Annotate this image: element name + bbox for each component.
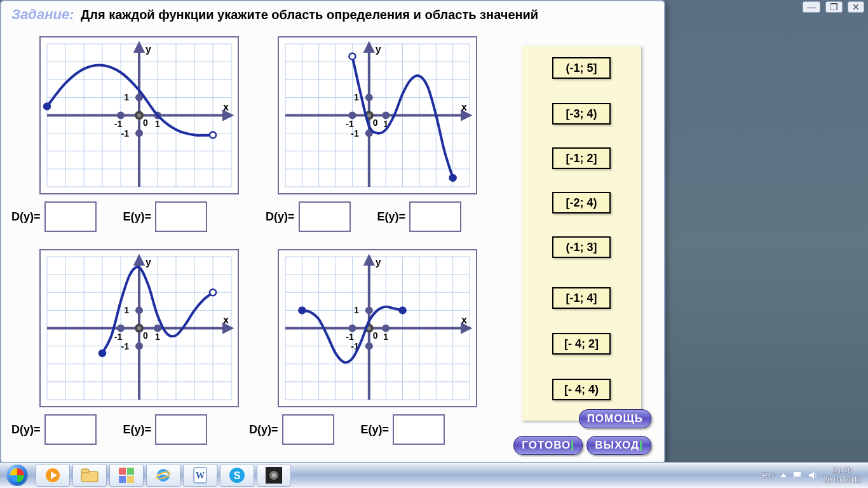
minimize-button[interactable]: — [803,1,820,13]
svg-text:-1: -1 [114,119,123,129]
answer-row-4: D(y)= E(y)= [249,414,445,445]
maximize-button[interactable]: ❐ [825,1,843,13]
taskbar-media-player-icon[interactable] [36,464,70,487]
taskbar-ie-icon[interactable] [146,464,180,487]
range-slot-1[interactable] [155,201,207,232]
svg-point-36 [44,103,50,109]
answer-tile[interactable]: [-3; 4) [552,103,611,125]
taskbar-explorer-icon[interactable] [72,464,107,487]
svg-point-26 [137,131,142,136]
svg-marker-62 [365,44,373,51]
domain-label: D(y)= [249,423,278,437]
svg-point-66 [367,95,372,100]
svg-point-37 [210,132,216,138]
svg-rect-158 [119,468,126,475]
svg-point-141 [383,326,388,331]
svg-rect-161 [127,476,134,483]
svg-point-101 [118,326,123,331]
answer-tile[interactable]: [-2; 4) [552,192,611,214]
svg-point-75 [349,53,355,60]
desktop: — ❐ ✕ Задание: Для каждой функции укажит… [0,0,868,488]
graph-4: -1101-1xy [278,249,477,407]
range-label: E(y)= [361,423,390,437]
svg-text:-1: -1 [114,332,123,342]
svg-point-104 [137,308,142,313]
domain-slot-1[interactable] [44,201,97,232]
system-tray: RU 21:29 30.01.2012 [762,466,868,485]
flag-icon[interactable] [793,471,802,480]
taskbar-skype-icon[interactable]: S [220,464,254,487]
svg-rect-160 [119,476,126,483]
svg-point-76 [450,175,456,181]
svg-rect-159 [127,468,134,475]
close-button[interactable]: ✕ [848,1,864,13]
answer-tile-panel: (-1; 5] [-3; 4) [-1; 2] [-2; 4) (-1; 3] … [522,46,641,421]
answer-tile[interactable]: [- 4; 2] [552,333,611,355]
range-label: E(y)= [123,423,152,437]
svg-point-64 [383,113,388,118]
answer-tile[interactable]: (-1; 5] [552,57,611,79]
clock-date: 30.01.2012 [824,475,862,484]
svg-text:y: y [376,44,381,55]
taskbar-app-icon[interactable] [109,464,144,487]
svg-text:1: 1 [124,305,129,315]
range-slot-3[interactable] [155,414,207,445]
graph-3: -1101-1xy [39,249,239,407]
range-label: E(y)= [123,210,152,224]
clock-time: 21:29 [824,466,862,475]
range-label: E(y)= [377,210,406,224]
domain-slot-4[interactable] [282,414,334,445]
title-row: Задание: Для каждой функции укажите обла… [11,6,654,23]
speaker-icon[interactable] [808,471,817,480]
svg-text:y: y [146,257,151,268]
answer-tile[interactable]: [-1; 4] [552,287,611,309]
taskbar-word-icon[interactable]: W [183,464,217,487]
taskbar: W S RU 21:29 30.01.2012 [0,462,868,488]
svg-text:1: 1 [383,332,388,342]
svg-text:0: 0 [143,118,148,128]
svg-rect-172 [794,472,801,477]
svg-text:1: 1 [155,119,160,129]
domain-slot-2[interactable] [299,201,351,232]
range-slot-2[interactable] [409,201,461,232]
svg-text:0: 0 [373,118,378,128]
svg-point-24 [118,113,123,118]
svg-marker-23 [135,44,143,51]
svg-point-105 [136,325,142,332]
answer-tile[interactable]: (-1; 3] [552,236,611,258]
svg-point-63 [349,113,355,118]
svg-text:1: 1 [124,92,129,102]
svg-marker-60 [462,112,470,119]
svg-point-27 [137,95,142,100]
answer-tile[interactable]: [-1; 2] [552,147,611,169]
answer-tile[interactable]: [- 4; 4) [552,379,611,400]
exit-button[interactable]: ВЫХОД| [587,436,651,455]
graph-2: -1101-1xy [278,36,477,194]
taskbar-app2-icon[interactable] [257,464,291,487]
start-button[interactable] [0,463,34,488]
range-slot-4[interactable] [393,414,445,445]
svg-marker-139 [365,257,373,264]
answer-row-1: D(y)= E(y)= [11,201,207,232]
svg-point-28 [136,112,142,119]
help-button[interactable]: ПОМОЩЬ [579,409,651,428]
svg-text:1: 1 [155,332,160,342]
clock[interactable]: 21:29 30.01.2012 [824,466,862,485]
answer-row-3: D(y)= E(y)= [11,414,207,445]
svg-text:1: 1 [354,305,359,315]
done-button[interactable]: ГОТОВО| [513,436,583,455]
tray-chevron-icon[interactable] [780,472,787,478]
answer-row-2: D(y)= E(y)= [266,201,461,232]
language-indicator[interactable]: RU [762,471,774,480]
svg-point-103 [137,344,142,349]
os-window-controls: — ❐ ✕ [803,1,864,13]
task-label: Задание: [11,6,74,22]
svg-marker-100 [135,257,143,264]
svg-point-153 [400,307,406,313]
svg-point-140 [349,326,355,331]
domain-slot-3[interactable] [44,414,97,445]
svg-text:x: x [461,102,467,112]
svg-text:-1: -1 [121,341,130,351]
svg-text:0: 0 [373,330,378,341]
windows-logo-icon [6,464,28,486]
